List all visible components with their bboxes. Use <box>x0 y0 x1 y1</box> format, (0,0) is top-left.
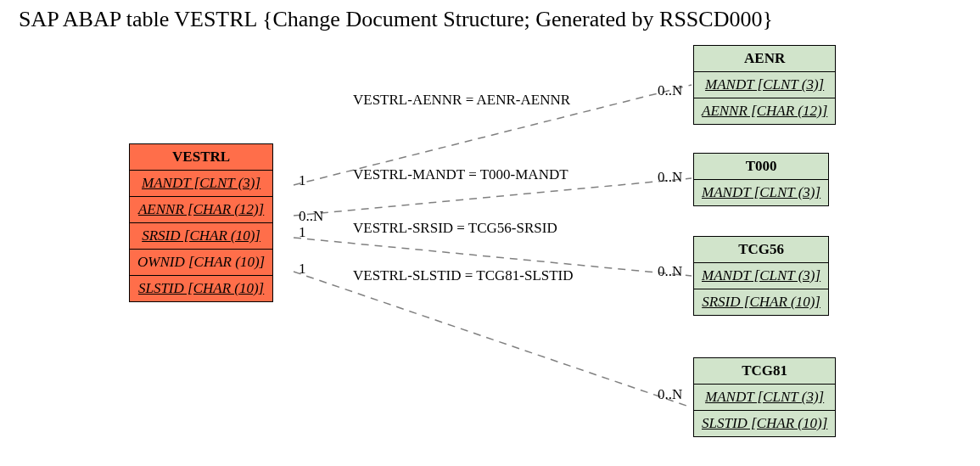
card-left-2: 0..N <box>299 208 323 225</box>
entity-vestrl-field: SLSTID [CHAR (10)] <box>130 276 273 302</box>
entity-tcg56: TCG56 MANDT [CLNT (3)] SRSID [CHAR (10)] <box>693 236 829 316</box>
card-right-1: 0..N <box>658 82 682 99</box>
entity-aenr-field: AENNR [CHAR (12)] <box>694 98 836 125</box>
entity-vestrl-field: MANDT [CLNT (3)] <box>130 171 273 197</box>
card-right-3: 0..N <box>658 263 682 280</box>
entity-tcg81: TCG81 MANDT [CLNT (3)] SLSTID [CHAR (10)… <box>693 357 836 437</box>
entity-vestrl-field: AENNR [CHAR (12)] <box>130 197 273 223</box>
card-right-2: 0..N <box>658 169 682 186</box>
card-left-4: 1 <box>299 261 306 278</box>
entity-aenr: AENR MANDT [CLNT (3)] AENNR [CHAR (12)] <box>693 45 836 125</box>
entity-t000: T000 MANDT [CLNT (3)] <box>693 153 829 206</box>
svg-line-3 <box>294 272 692 407</box>
entity-tcg81-field: SLSTID [CHAR (10)] <box>694 411 836 437</box>
entity-tcg56-field: SRSID [CHAR (10)] <box>694 289 829 316</box>
entity-vestrl-field: SRSID [CHAR (10)] <box>130 223 273 250</box>
card-right-4: 0..N <box>658 386 682 403</box>
entity-tcg81-name: TCG81 <box>694 358 836 385</box>
entity-tcg56-name: TCG56 <box>694 237 829 263</box>
entity-tcg56-field: MANDT [CLNT (3)] <box>694 263 829 289</box>
entity-aenr-field: MANDT [CLNT (3)] <box>694 72 836 98</box>
rel-srsid-label: VESTRL-SRSID = TCG56-SRSID <box>353 220 557 237</box>
entity-aenr-name: AENR <box>694 46 836 72</box>
rel-mandt-label: VESTRL-MANDT = T000-MANDT <box>353 166 568 183</box>
rel-aennr-label: VESTRL-AENNR = AENR-AENNR <box>353 92 570 109</box>
page-title: SAP ABAP table VESTRL {Change Document S… <box>19 7 773 32</box>
entity-t000-field: MANDT [CLNT (3)] <box>694 180 829 206</box>
entity-vestrl: VESTRL MANDT [CLNT (3)] AENNR [CHAR (12)… <box>129 143 273 302</box>
entity-t000-name: T000 <box>694 154 829 180</box>
entity-tcg81-field: MANDT [CLNT (3)] <box>694 385 836 411</box>
svg-line-1 <box>294 178 692 216</box>
card-left-1: 1 <box>299 172 306 189</box>
entity-vestrl-field: OWNID [CHAR (10)] <box>130 250 273 276</box>
card-left-3: 1 <box>299 224 306 241</box>
entity-vestrl-name: VESTRL <box>130 144 273 171</box>
rel-slstid-label: VESTRL-SLSTID = TCG81-SLSTID <box>353 267 574 284</box>
